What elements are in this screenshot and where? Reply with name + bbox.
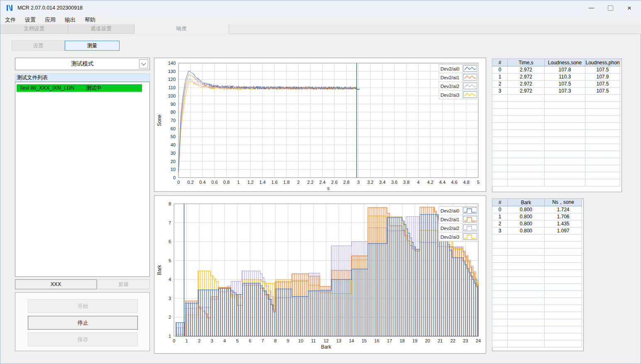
table-row[interactable] — [492, 116, 620, 123]
table-row[interactable]: 12.972110.3107.9 — [492, 73, 620, 81]
table-cell[interactable]: 0 — [492, 206, 508, 213]
table-cell[interactable] — [492, 298, 508, 305]
table-row[interactable] — [492, 109, 620, 116]
table-cell[interactable] — [508, 158, 545, 165]
table-cell[interactable] — [508, 235, 545, 242]
table-cell[interactable] — [585, 116, 620, 123]
chevron-down-icon[interactable] — [139, 59, 148, 68]
table-cell[interactable]: 0.800 — [508, 227, 545, 235]
test-file-item[interactable]: Test 88_XXX_009_LDN测试中 — [17, 84, 142, 92]
table-cell[interactable]: 0.800 — [508, 213, 545, 220]
table-cell[interactable]: 1.097 — [545, 227, 582, 235]
table-row[interactable] — [492, 235, 582, 242]
table-row[interactable] — [492, 333, 582, 340]
table-cell[interactable] — [585, 137, 620, 144]
table-cell[interactable] — [585, 179, 620, 186]
table-cell[interactable] — [492, 130, 508, 137]
table-cell[interactable] — [545, 144, 585, 151]
table-cell[interactable]: 1 — [492, 213, 508, 220]
table-cell[interactable] — [508, 263, 545, 270]
table-cell[interactable] — [508, 144, 545, 151]
table-row[interactable] — [492, 165, 620, 172]
table-row[interactable] — [492, 249, 582, 256]
table-cell[interactable] — [492, 95, 508, 102]
table-cell[interactable] — [585, 151, 620, 158]
table-cell[interactable] — [508, 256, 545, 263]
table-cell[interactable] — [545, 291, 582, 298]
table-cell[interactable] — [508, 95, 545, 102]
table-cell[interactable]: 2.972 — [508, 66, 545, 73]
table-cell[interactable] — [545, 151, 585, 158]
table-row[interactable] — [492, 298, 582, 305]
tab-2[interactable]: 通道设置 — [68, 24, 135, 34]
table-cell[interactable] — [545, 319, 582, 326]
specific-loudness-bark-chart[interactable]: 0123456789101112131415161718192021222324… — [154, 196, 486, 353]
table-cell[interactable] — [585, 172, 620, 179]
table-cell[interactable] — [492, 137, 508, 144]
table-cell[interactable] — [545, 95, 585, 102]
table-cell[interactable] — [492, 116, 508, 123]
table-cell[interactable] — [508, 123, 545, 130]
table-cell[interactable] — [508, 172, 545, 179]
table-cell[interactable] — [585, 158, 620, 165]
table-cell[interactable] — [492, 158, 508, 165]
table-cell[interactable] — [585, 95, 620, 102]
table-row[interactable] — [492, 179, 620, 186]
table-cell[interactable]: 2 — [492, 81, 508, 88]
table-cell[interactable] — [508, 284, 545, 291]
table-row[interactable] — [492, 284, 582, 291]
loudness-time-chart[interactable]: 00.20.40.60.811.21.41.61.822.22.42.62.83… — [154, 58, 486, 191]
table-cell[interactable]: 0 — [492, 66, 508, 73]
table-row[interactable] — [492, 172, 620, 179]
table-cell[interactable]: 3 — [492, 227, 508, 235]
table-cell[interactable] — [545, 116, 585, 123]
table-cell[interactable] — [492, 291, 508, 298]
table-row[interactable] — [492, 130, 620, 137]
table-cell[interactable] — [508, 165, 545, 172]
table-cell[interactable]: 107.5 — [585, 81, 620, 88]
table-cell[interactable] — [508, 130, 545, 137]
table-cell[interactable] — [492, 340, 508, 347]
table-cell[interactable] — [545, 312, 582, 319]
test-mode-dropdown[interactable]: 测试模式 — [15, 58, 150, 70]
menu-item[interactable]: 设置 — [20, 16, 40, 24]
table-cell[interactable] — [492, 165, 508, 172]
table-cell[interactable] — [545, 165, 585, 172]
table-cell[interactable] — [585, 144, 620, 151]
table-cell[interactable] — [545, 305, 582, 312]
table-row[interactable] — [492, 137, 620, 144]
table-row[interactable] — [492, 291, 582, 298]
table-row[interactable]: 22.972107.5107.5 — [492, 81, 620, 88]
table-cell[interactable] — [492, 305, 508, 312]
test-file-list[interactable]: Test 88_XXX_009_LDN测试中 — [15, 82, 150, 277]
table-cell[interactable] — [492, 172, 508, 179]
table-row[interactable] — [492, 340, 582, 347]
table-row[interactable] — [492, 242, 582, 249]
table-row[interactable]: 20.8001.435 — [492, 220, 582, 227]
table-row[interactable] — [492, 277, 582, 284]
table-cell[interactable]: 107.3 — [545, 88, 585, 95]
table-row[interactable]: 00.8001.724 — [492, 206, 582, 213]
table-cell[interactable] — [508, 305, 545, 312]
table-cell[interactable] — [545, 137, 585, 144]
table-cell[interactable] — [508, 109, 545, 116]
table-cell[interactable] — [492, 319, 508, 326]
table-row[interactable] — [492, 319, 582, 326]
table-cell[interactable] — [585, 109, 620, 116]
table-cell[interactable] — [508, 242, 545, 249]
table-cell[interactable] — [508, 137, 545, 144]
table-cell[interactable] — [508, 340, 545, 347]
table-cell[interactable] — [545, 277, 582, 284]
table-cell[interactable] — [545, 172, 585, 179]
table-cell[interactable] — [492, 235, 508, 242]
table-cell[interactable]: 0.800 — [508, 220, 545, 227]
table-row[interactable] — [492, 102, 620, 109]
table-cell[interactable]: 110.3 — [545, 73, 585, 81]
table-cell[interactable] — [545, 102, 585, 109]
table-row[interactable] — [492, 95, 620, 102]
table-cell[interactable] — [492, 284, 508, 291]
table-cell[interactable] — [492, 312, 508, 319]
table-cell[interactable] — [492, 326, 508, 333]
table-cell[interactable]: 2.972 — [508, 73, 545, 81]
table-cell[interactable] — [492, 102, 508, 109]
